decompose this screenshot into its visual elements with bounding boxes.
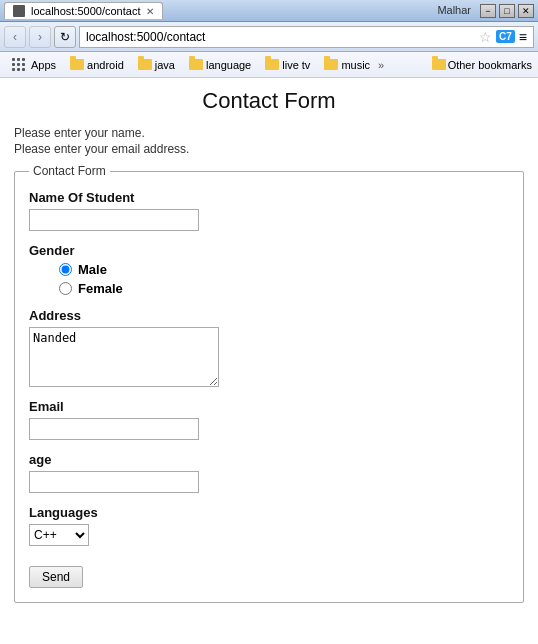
- forward-button[interactable]: ›: [29, 26, 51, 48]
- age-input[interactable]: [29, 471, 199, 493]
- name-field-group: Name Of Student: [29, 190, 509, 231]
- address-textarea[interactable]: Nanded: [29, 327, 219, 387]
- close-button[interactable]: ✕: [518, 4, 534, 18]
- folder-icon: [324, 59, 338, 70]
- age-label: age: [29, 452, 509, 467]
- apps-label: Apps: [31, 59, 56, 71]
- other-bookmarks-label: Other bookmarks: [448, 59, 532, 71]
- email-input[interactable]: [29, 418, 199, 440]
- folder-icon: [189, 59, 203, 70]
- nav-bar: ‹ › ↻ localhost:5000/contact ☆ C7 ≡: [0, 22, 538, 52]
- bookmark-java[interactable]: java: [132, 57, 181, 73]
- gender-female-radio[interactable]: [59, 282, 72, 295]
- more-bookmarks[interactable]: »: [378, 59, 384, 71]
- bookmarks-apps[interactable]: Apps: [6, 56, 62, 74]
- bookmarks-bar: Apps android java language live tv music…: [0, 52, 538, 78]
- back-button[interactable]: ‹: [4, 26, 26, 48]
- browser-tab[interactable]: localhost:5000/contact ✕: [4, 2, 163, 19]
- bookmark-label: live tv: [282, 59, 310, 71]
- gender-male-label: Male: [78, 262, 107, 277]
- send-button[interactable]: Send: [29, 566, 83, 588]
- name-label: Name Of Student: [29, 190, 509, 205]
- bookmark-label: java: [155, 59, 175, 71]
- apps-grid-icon: [12, 58, 26, 72]
- name-input[interactable]: [29, 209, 199, 231]
- address-text: localhost:5000/contact: [86, 30, 475, 44]
- gender-male-item: Male: [59, 262, 509, 277]
- contact-form-fieldset: Contact Form Name Of Student Gender Male…: [14, 164, 524, 603]
- other-bookmarks[interactable]: Other bookmarks: [432, 59, 532, 71]
- fieldset-legend: Contact Form: [29, 164, 110, 178]
- age-field-group: age: [29, 452, 509, 493]
- address-bar[interactable]: localhost:5000/contact ☆ C7 ≡: [79, 26, 534, 48]
- bookmark-icon[interactable]: ☆: [479, 29, 492, 45]
- email-field-group: Email: [29, 399, 509, 440]
- restore-button[interactable]: □: [499, 4, 515, 18]
- address-label: Address: [29, 308, 509, 323]
- title-bar: localhost:5000/contact ✕ Malhar − □ ✕: [0, 0, 538, 22]
- username-label: Malhar: [437, 4, 471, 18]
- bookmark-livetv[interactable]: live tv: [259, 57, 316, 73]
- validation-email-msg: Please enter your email address.: [14, 142, 524, 156]
- bookmark-music[interactable]: music: [318, 57, 376, 73]
- menu-icon[interactable]: ≡: [519, 29, 527, 45]
- bookmark-label: music: [341, 59, 370, 71]
- page-title: Contact Form: [14, 88, 524, 114]
- bookmark-label: language: [206, 59, 251, 71]
- c7-badge: C7: [496, 30, 515, 43]
- gender-male-radio[interactable]: [59, 263, 72, 276]
- bookmark-label: android: [87, 59, 124, 71]
- gender-field-group: Gender Male Female: [29, 243, 509, 296]
- refresh-button[interactable]: ↻: [54, 26, 76, 48]
- gender-female-item: Female: [59, 281, 509, 296]
- bookmark-android[interactable]: android: [64, 57, 130, 73]
- languages-select[interactable]: C++ Java Python: [29, 524, 89, 546]
- validation-name-msg: Please enter your name.: [14, 126, 524, 140]
- gender-female-label: Female: [78, 281, 123, 296]
- gender-label: Gender: [29, 243, 509, 258]
- tab-close-icon[interactable]: ✕: [146, 6, 154, 17]
- minimize-button[interactable]: −: [480, 4, 496, 18]
- page-content: Contact Form Please enter your name. Ple…: [0, 78, 538, 613]
- tab-favicon: [13, 5, 25, 17]
- languages-field-group: Languages C++ Java Python: [29, 505, 509, 546]
- address-field-group: Address Nanded: [29, 308, 509, 387]
- languages-label: Languages: [29, 505, 509, 520]
- gender-radio-list: Male Female: [29, 262, 509, 296]
- window-controls: Malhar − □ ✕: [437, 4, 534, 18]
- folder-icon: [138, 59, 152, 70]
- title-bar-left: localhost:5000/contact ✕: [4, 2, 163, 19]
- bookmark-language[interactable]: language: [183, 57, 257, 73]
- email-label: Email: [29, 399, 509, 414]
- tab-title: localhost:5000/contact: [31, 5, 140, 17]
- folder-icon: [432, 59, 446, 70]
- folder-icon: [70, 59, 84, 70]
- folder-icon: [265, 59, 279, 70]
